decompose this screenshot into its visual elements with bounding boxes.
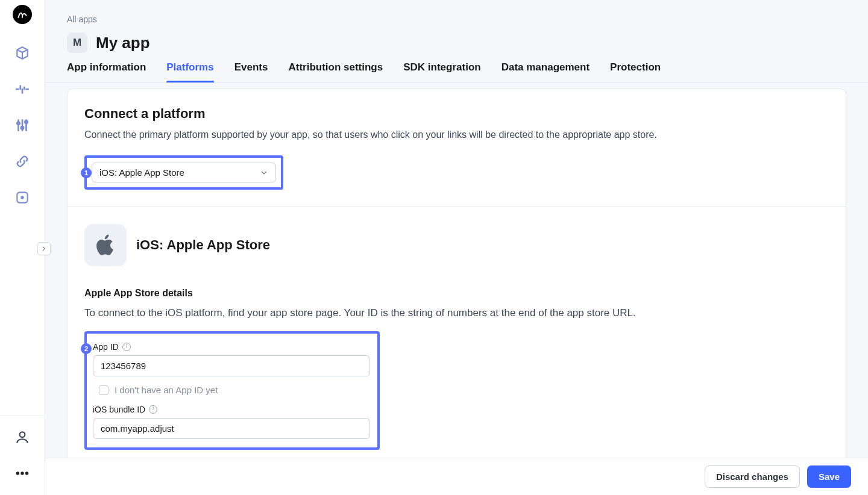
brand-logo-icon[interactable]	[13, 5, 32, 24]
tab-protection[interactable]: Protection	[610, 61, 661, 82]
svg-point-1	[21, 126, 24, 129]
platform-select-value: iOS: Apple App Store	[99, 167, 184, 178]
callout-1: iOS: Apple App Store	[84, 155, 283, 190]
bundle-id-label-text: iOS bundle ID	[93, 405, 145, 414]
svg-point-6	[16, 472, 19, 475]
app-id-input[interactable]	[93, 355, 370, 376]
svg-point-2	[25, 120, 27, 123]
topbar: All apps M My app	[45, 0, 868, 61]
app-id-label: App ID	[93, 342, 371, 352]
target-icon[interactable]	[13, 188, 32, 207]
main: All apps M My app App information Platfo…	[45, 0, 868, 495]
store-details-help: To connect to the iOS platform, find you…	[84, 307, 829, 319]
tab-events[interactable]: Events	[234, 61, 268, 82]
save-button[interactable]: Save	[807, 465, 851, 488]
tabs: App information Platforms Events Attribu…	[45, 61, 868, 82]
sidebar	[0, 0, 45, 495]
tab-attribution-settings[interactable]: Attribution settings	[288, 61, 383, 82]
svg-point-5	[20, 432, 25, 437]
footer: Discard changes Save	[45, 458, 868, 495]
platform-select[interactable]: iOS: Apple App Store	[92, 163, 276, 182]
more-icon[interactable]	[13, 464, 32, 483]
tab-platforms[interactable]: Platforms	[166, 61, 213, 82]
sidebar-bottom	[0, 415, 45, 495]
app-id-label-text: App ID	[93, 342, 119, 352]
cube-icon[interactable]	[13, 43, 32, 63]
svg-point-0	[17, 122, 19, 125]
info-icon[interactable]	[122, 343, 131, 351]
svg-point-8	[25, 472, 28, 475]
breadcrumb[interactable]: All apps	[67, 14, 846, 24]
sidebar-expand-button[interactable]	[37, 242, 51, 255]
svg-point-4	[20, 196, 24, 199]
bundle-id-label: iOS bundle ID	[93, 405, 371, 414]
callout-2: App ID I don't have an App ID yet iOS bu…	[84, 331, 380, 450]
user-icon[interactable]	[13, 428, 32, 447]
no-app-id-label: I don't have an App ID yet	[115, 385, 218, 395]
app-title-row: M My app	[67, 33, 846, 53]
link-icon[interactable]	[13, 152, 32, 171]
store-details-heading: Apple App Store details	[84, 288, 829, 299]
pulse-icon[interactable]	[13, 79, 32, 99]
info-icon[interactable]	[149, 405, 157, 414]
sidebar-nav	[13, 43, 32, 207]
no-app-id-checkbox[interactable]	[99, 385, 108, 395]
app-root: All apps M My app App information Platfo…	[0, 0, 868, 495]
tab-data-management[interactable]: Data management	[502, 61, 590, 82]
page-title: My app	[96, 34, 150, 52]
chevron-down-icon	[260, 169, 268, 177]
platforms-card: Connect a platform Connect the primary p…	[67, 89, 846, 495]
no-app-id-row: I don't have an App ID yet	[99, 385, 371, 395]
connect-title: Connect a platform	[84, 106, 829, 122]
tab-app-information[interactable]: App information	[67, 61, 146, 82]
connect-desc: Connect the primary platform supported b…	[84, 128, 829, 142]
sliders-icon[interactable]	[13, 116, 32, 135]
chevron-right-icon	[40, 245, 48, 252]
app-badge: M	[67, 33, 87, 53]
discard-button[interactable]: Discard changes	[705, 465, 800, 488]
bundle-id-input[interactable]	[93, 418, 370, 439]
svg-point-7	[21, 472, 24, 475]
divider	[68, 207, 846, 207]
content: Connect a platform Connect the primary p…	[45, 82, 868, 495]
platform-header: iOS: Apple App Store	[84, 224, 829, 266]
apple-icon	[84, 224, 127, 266]
platform-title: iOS: Apple App Store	[136, 237, 270, 253]
tab-sdk-integration[interactable]: SDK integration	[403, 61, 480, 82]
